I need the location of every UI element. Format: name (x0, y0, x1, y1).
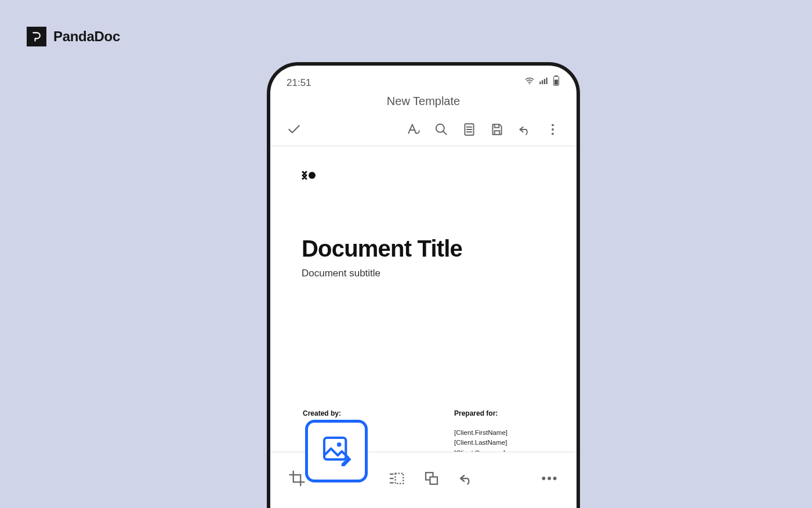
page-view-button[interactable] (456, 116, 483, 143)
signal-icon (538, 75, 549, 89)
svg-rect-1 (539, 82, 541, 85)
top-toolbar (270, 113, 577, 146)
svg-rect-7 (554, 80, 558, 85)
text-style-button[interactable] (400, 116, 427, 143)
status-bar: 21:51 (270, 66, 577, 89)
status-time: 21:51 (287, 77, 311, 89)
document-content[interactable]: Document Title Document subtitle (270, 146, 577, 279)
svg-rect-14 (324, 438, 346, 459)
svg-point-15 (337, 442, 341, 446)
svg-rect-18 (430, 477, 438, 484)
text-wrap-button[interactable] (380, 462, 413, 495)
prepared-for-name: [Client.FirstName] [Client.LastName] (454, 428, 559, 448)
svg-rect-2 (542, 80, 543, 84)
document-subtitle[interactable]: Document subtitle (302, 268, 545, 279)
insert-image-button[interactable] (305, 420, 368, 482)
more-bottom-button[interactable]: ••• (534, 462, 566, 495)
search-button[interactable] (428, 116, 455, 143)
svg-point-0 (529, 83, 530, 84)
svg-rect-16 (396, 473, 404, 484)
wifi-icon (524, 75, 535, 89)
document-logo-mark (302, 168, 545, 183)
arrange-button[interactable] (415, 462, 448, 495)
svg-point-11 (552, 128, 554, 131)
svg-point-10 (552, 124, 554, 126)
svg-rect-4 (546, 78, 548, 84)
save-button[interactable] (484, 116, 510, 143)
svg-point-12 (552, 132, 554, 135)
brand-logo-icon (27, 27, 46, 46)
image-edit-icon (320, 434, 353, 469)
document-title[interactable]: Document Title (302, 236, 545, 262)
brand-lockup: PandaDoc (27, 27, 120, 46)
more-button[interactable] (539, 116, 566, 143)
phone-frame: 21:51 New Template (267, 62, 580, 508)
prepared-for-label: Prepared for: (454, 409, 559, 417)
undo-button[interactable] (512, 116, 538, 143)
created-by-label: Created by: (303, 409, 408, 417)
confirm-button[interactable] (281, 116, 307, 143)
undo-bottom-button[interactable] (450, 462, 483, 495)
svg-rect-3 (544, 79, 545, 84)
brand-name: PandaDoc (53, 28, 120, 45)
screen-title: New Template (270, 89, 577, 113)
svg-point-13 (309, 172, 316, 179)
battery-icon (552, 75, 560, 89)
